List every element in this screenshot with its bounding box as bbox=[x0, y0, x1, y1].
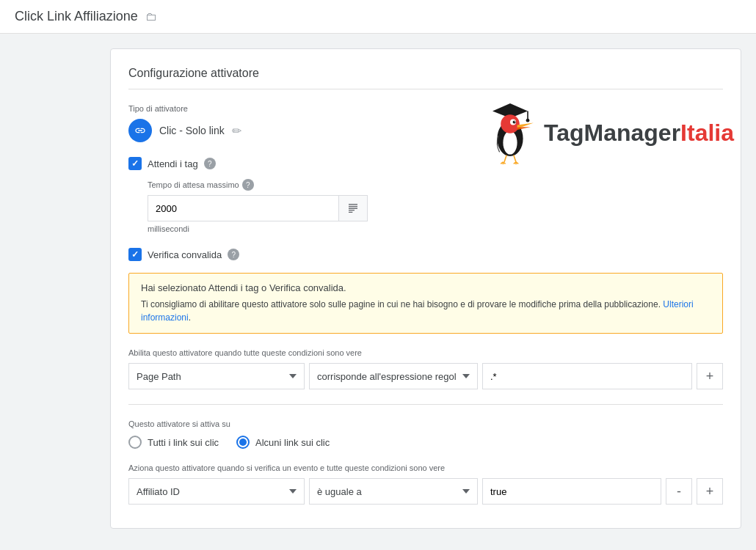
bird-icon bbox=[481, 100, 539, 166]
condition-row-1: Page Path corrisponde all'espressione re… bbox=[128, 363, 723, 389]
wait-tag-label: Attendi i tag bbox=[148, 158, 198, 169]
add-condition-button[interactable]: + bbox=[697, 363, 723, 389]
condition1-variable-select[interactable]: Page Path bbox=[128, 363, 305, 389]
radio-some-option[interactable]: Alcuni link sui clic bbox=[236, 436, 330, 449]
wait-tag-help-icon[interactable]: ? bbox=[204, 158, 216, 169]
trigger-type-name: Clic - Solo link bbox=[159, 125, 225, 136]
edit-trigger-icon[interactable]: ✏ bbox=[232, 124, 241, 138]
add-condition2-button[interactable]: + bbox=[697, 478, 723, 505]
ms-label: millisecondi bbox=[148, 224, 723, 233]
folder-icon[interactable]: 🗀 bbox=[145, 10, 157, 23]
radio-some-circle[interactable] bbox=[236, 436, 250, 449]
wait-time-section: Tempo di attesa massimo ? millisecondi bbox=[148, 179, 723, 233]
svg-point-5 bbox=[501, 114, 520, 133]
wait-time-input[interactable] bbox=[148, 195, 338, 221]
warning-text: Ti consigliamo di abilitare questo attiv… bbox=[141, 298, 710, 324]
svg-line-12 bbox=[514, 155, 516, 162]
verify-label: Verifica convalida bbox=[148, 249, 222, 260]
tmi-logo: TagManagerItalia bbox=[481, 100, 734, 166]
wait-tag-checkbox[interactable] bbox=[128, 157, 142, 170]
divider bbox=[128, 404, 723, 405]
condition2-value-input[interactable] bbox=[482, 478, 661, 505]
radio-some-label: Alcuni link sui clic bbox=[255, 437, 330, 448]
logo-text: TagManagerItalia bbox=[544, 120, 734, 147]
warning-body: Ti consigliamo di abilitare questo attiv… bbox=[141, 299, 661, 309]
warning-suffix: . bbox=[189, 312, 191, 323]
radio-row: Tutti i link sui clic Alcuni link sui cl… bbox=[128, 436, 723, 449]
fire-conditions-label: Aziona questo attivatore quando si verif… bbox=[128, 463, 723, 472]
condition1-value-input[interactable] bbox=[482, 363, 692, 389]
condition1-operator-select[interactable]: corrisponde all'espressione regolar bbox=[309, 363, 478, 389]
condition2-operator-select[interactable]: è uguale a bbox=[309, 478, 478, 505]
logo-text-red: Italia bbox=[680, 120, 734, 146]
verify-row: Verifica convalida ? bbox=[128, 248, 723, 261]
logo-text-black: TagManager bbox=[544, 120, 680, 146]
wait-time-input-row bbox=[148, 195, 723, 221]
radio-all-circle[interactable] bbox=[128, 436, 142, 449]
section-title: Configurazione attivatore bbox=[128, 67, 723, 89]
radio-all-label: Tutti i link sui clic bbox=[148, 437, 219, 448]
wait-time-picker-button[interactable] bbox=[338, 195, 368, 221]
page-title: Click Link Affiliazione bbox=[15, 9, 138, 24]
trigger-type-icon bbox=[128, 119, 152, 142]
warning-title: Hai selezionato Attendi i tag o Verifica… bbox=[141, 282, 710, 293]
verify-help-icon[interactable]: ? bbox=[228, 249, 239, 260]
radio-all-option[interactable]: Tutti i link sui clic bbox=[128, 436, 219, 449]
wait-time-help-icon[interactable]: ? bbox=[242, 179, 254, 191]
condition-row-2: Affiliato ID è uguale a - + bbox=[128, 478, 723, 505]
condition2-variable-select[interactable]: Affiliato ID bbox=[128, 478, 305, 505]
top-bar: Click Link Affiliazione 🗀 bbox=[0, 0, 756, 34]
fire-on-label: Questo attivatore si attiva su bbox=[128, 419, 723, 428]
logo-area: TagManagerItalia bbox=[481, 100, 734, 166]
svg-line-11 bbox=[504, 155, 506, 162]
verify-checkbox[interactable] bbox=[128, 248, 142, 261]
wait-time-label: Tempo di attesa massimo bbox=[148, 180, 239, 189]
svg-point-4 bbox=[503, 131, 517, 155]
remove-condition-button[interactable]: - bbox=[666, 478, 692, 505]
svg-point-7 bbox=[513, 121, 516, 124]
svg-point-8 bbox=[515, 121, 515, 122]
left-panel bbox=[15, 48, 95, 529]
conditions-enable-label: Abilita questo attivatore quando tutte q… bbox=[128, 348, 723, 357]
svg-point-2 bbox=[526, 119, 530, 122]
warning-box: Hai selezionato Attendi i tag o Verifica… bbox=[128, 273, 723, 334]
